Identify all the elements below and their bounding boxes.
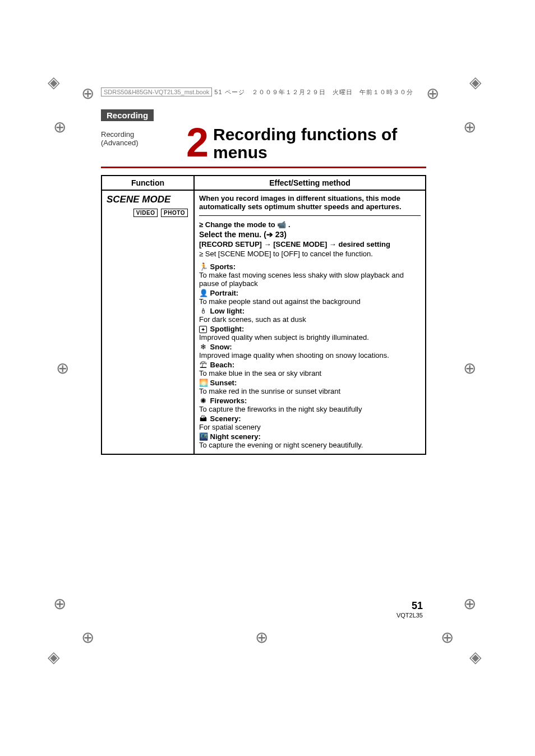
scene-mode-item: 🏔 Scenery:For spatial scenery	[199, 414, 421, 431]
mode-icon: 🌅	[199, 379, 207, 387]
function-name: SCENE MODE	[107, 194, 189, 205]
chapter-title: Recording functions of menus	[213, 126, 426, 161]
source-filename: SDRS50&H85GN-VQT2L35_mst.book	[101, 87, 212, 96]
mode-desc: To capture the fireworks in the night sk…	[199, 405, 421, 413]
mode-icon: ✺	[199, 397, 207, 405]
mode-icon: ❄	[199, 343, 207, 351]
section-tab: Recording	[101, 109, 154, 121]
inner-divider	[199, 215, 421, 216]
mode-name: Low light:	[208, 307, 245, 315]
mode-icon: 🏃	[199, 262, 207, 271]
col-function: Function	[102, 176, 194, 190]
step-select-menu: Select the menu. (➔ 23)	[199, 230, 421, 239]
video-badge: VIDEO	[133, 209, 158, 217]
divider	[101, 167, 426, 168]
arrow-icon: ➔	[266, 230, 273, 239]
crop-mark-icon: ◈	[469, 73, 482, 91]
page-number: 51	[396, 600, 423, 612]
crop-mark-icon: ⊕	[441, 628, 454, 647]
file-header: SDRS50&H85GN-VQT2L35_mst.book 51 ページ ２００…	[101, 87, 426, 97]
effect-cell: When you record images in different situ…	[194, 190, 426, 454]
photo-badge: PHOTO	[161, 209, 188, 217]
col-effect: Effect/Setting method	[194, 176, 426, 190]
scene-mode-item: ⛱ Beach:To make blue in the sea or sky v…	[199, 361, 421, 377]
mode-name: Sports:	[208, 262, 236, 271]
crop-mark-icon: ⊕	[463, 118, 476, 136]
menu-path: [RECORD SETUP] → [SCENE MODE] → desired …	[199, 240, 421, 248]
mode-name: Spotlight:	[208, 325, 244, 333]
intro-text: When you record images in different situ…	[199, 194, 421, 211]
step-change-mode: ≥ Change the mode to 📹 .	[199, 220, 421, 229]
crop-mark-icon: ⊕	[426, 84, 439, 103]
mode-icon: 🌃	[199, 432, 207, 441]
mode-icon: 🕯	[199, 307, 207, 315]
mode-desc: To make fast moving scenes less shaky wi…	[199, 271, 421, 288]
mode-icon: ✦	[199, 326, 207, 333]
crop-mark-icon: ⊕	[255, 628, 268, 647]
mode-name: Sunset:	[208, 379, 237, 387]
scene-modes-list: 🏃 Sports:To make fast moving scenes less…	[199, 262, 421, 449]
crop-mark-icon: ⊕	[81, 628, 94, 647]
scene-mode-item: ✦ Spotlight:Improved quality when subjec…	[199, 325, 421, 342]
doc-code: VQT2L35	[396, 612, 423, 619]
scene-mode-item: 🌃 Night scenery:To capture the evening o…	[199, 432, 421, 449]
scene-mode-item: 🕯 Low light:For dark scenes, such as at …	[199, 307, 421, 324]
breadcrumb-line2: (Advanced)	[101, 139, 174, 147]
mode-desc: Improved quality when subject is brightl…	[199, 333, 421, 342]
crop-mark-icon: ◈	[48, 648, 60, 666]
mode-desc: For spatial scenery	[199, 423, 421, 431]
mode-name: Scenery:	[208, 414, 241, 423]
crop-mark-icon: ⊕	[81, 84, 94, 103]
scene-mode-item: 🏃 Sports:To make fast moving scenes less…	[199, 262, 421, 288]
crop-mark-icon: ⊕	[53, 118, 66, 136]
breadcrumb-line1: Recording	[101, 130, 174, 139]
scene-mode-item: 🌅 Sunset:To make red in the sunrise or s…	[199, 379, 421, 395]
scene-mode-item: ✺ Fireworks:To capture the fireworks in …	[199, 397, 421, 413]
mode-desc: Improved image quality when shooting on …	[199, 351, 421, 359]
mode-desc: To make people stand out against the bac…	[199, 297, 421, 306]
scene-mode-item: ❄ Snow:Improved image quality when shoot…	[199, 343, 421, 359]
mode-desc: To make blue in the sea or sky vibrant	[199, 369, 421, 377]
mode-name: Portrait:	[208, 289, 238, 297]
mode-icon: 🏔	[199, 414, 207, 423]
chapter-number: 2	[186, 125, 209, 161]
functions-table: Function Effect/Setting method SCENE MOD…	[101, 175, 426, 455]
crop-mark-icon: ◈	[469, 648, 482, 666]
crop-mark-icon: ⊕	[56, 359, 69, 377]
mode-name: Snow:	[208, 343, 232, 351]
chapter-header: Recording (Advanced) 2 Recording functio…	[101, 125, 426, 161]
mode-desc: For dark scenes, such as at dusk	[199, 315, 421, 324]
mode-icon: ⛱	[199, 361, 207, 369]
crop-mark-icon: ⊕	[463, 594, 476, 613]
page-footer: 51 VQT2L35	[396, 600, 423, 619]
mode-desc: To capture the evening or night scenery …	[199, 441, 421, 449]
mode-desc: To make red in the sunrise or sunset vib…	[199, 387, 421, 395]
crop-mark-icon: ◈	[48, 73, 60, 91]
crop-mark-icon: ⊕	[463, 359, 476, 377]
cancel-note: ≥ Set [SCENE MODE] to [OFF] to cancel th…	[199, 250, 421, 258]
scene-mode-item: 👤 Portrait:To make people stand out agai…	[199, 289, 421, 306]
mode-name: Fireworks:	[208, 397, 247, 405]
mode-icon: 👤	[199, 289, 207, 297]
mode-name: Night scenery:	[208, 432, 261, 441]
crop-mark-icon: ⊕	[53, 594, 66, 613]
source-meta: 51 ページ ２００９年１２月２９日 火曜日 午前１０時３０分	[214, 88, 413, 96]
function-cell: SCENE MODE VIDEO PHOTO	[102, 190, 194, 454]
mode-name: Beach:	[208, 361, 234, 369]
record-mode-icon: 📹	[277, 220, 286, 229]
